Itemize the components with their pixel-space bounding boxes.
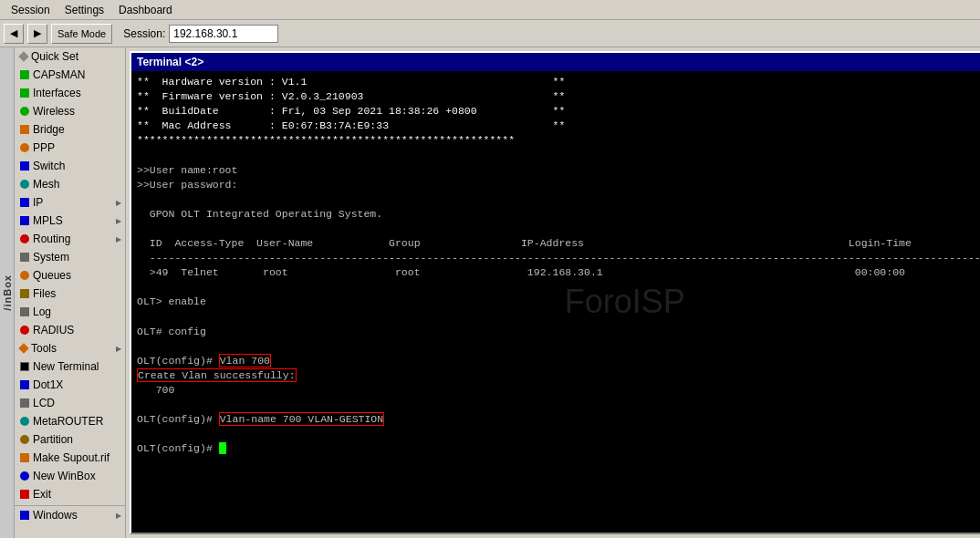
- sidebar-item-log[interactable]: Log: [15, 303, 125, 321]
- sidebar-item-capsman[interactable]: CAPsMAN: [15, 66, 125, 84]
- session-input[interactable]: [169, 25, 278, 43]
- term-line-25: [137, 427, 980, 441]
- system-icon: [20, 253, 29, 262]
- ppp-icon: [20, 143, 29, 152]
- exit-icon: [20, 490, 29, 499]
- sidebar-item-metarouter[interactable]: MetaROUTER: [15, 412, 125, 430]
- term-line-11: [137, 222, 980, 236]
- sidebar-item-switch[interactable]: Switch: [15, 157, 125, 175]
- term-line-24: OLT(config)# Vlan-name 700 VLAN-GESTION: [137, 412, 980, 427]
- term-line-10: GPON OLT Integrated Operating System.: [137, 207, 980, 222]
- term-line-20: OLT(config)# Vlan 700: [137, 354, 980, 368]
- cmd-create-vlan: Create Vlan successfully:: [137, 368, 297, 382]
- new-terminal-icon: [20, 362, 29, 371]
- term-line-22: 700: [137, 383, 980, 398]
- metarouter-icon: [20, 417, 29, 426]
- terminal-window: Terminal <2> _ □ ✕ ForoISP ** Hardware v…: [130, 51, 980, 534]
- sidebar-item-wireless[interactable]: Wireless: [15, 102, 125, 120]
- term-line-3: ** BuildDate : Fri, 03 Sep 2021 18:38:26…: [137, 104, 980, 119]
- sidebar-item-files[interactable]: Files: [15, 285, 125, 303]
- term-line-1: ** Hardware version : V1.1 **: [137, 75, 980, 89]
- sidebar-wrapper: /inBox Quick Set CAPsMAN Interfaces Wire…: [0, 47, 126, 538]
- cursor: [219, 442, 226, 454]
- sidebar-item-windows[interactable]: Windows: [15, 506, 125, 524]
- queues-icon: [20, 271, 29, 280]
- term-line-18: OLT# config: [137, 325, 980, 339]
- term-line-17: [137, 310, 980, 325]
- term-line-13: ----------------------------------------…: [137, 251, 980, 265]
- sidebar: Quick Set CAPsMAN Interfaces Wireless Br…: [15, 47, 126, 538]
- mesh-icon: [20, 180, 29, 189]
- sidebar-item-exit[interactable]: Exit: [15, 485, 125, 503]
- sidebar-item-tools[interactable]: Tools: [15, 339, 125, 357]
- sidebar-item-routing[interactable]: Routing: [15, 230, 125, 248]
- term-line-14: >49 Telnet root root 192.168.30.1 00:00:…: [137, 265, 980, 280]
- sidebar-item-dot1x[interactable]: Dot1X: [15, 376, 125, 394]
- term-line-19: [137, 339, 980, 354]
- term-line-7: >>User name:root: [137, 163, 980, 178]
- log-icon: [20, 307, 29, 316]
- sidebar-item-new-winbox[interactable]: New WinBox: [15, 467, 125, 485]
- sidebar-item-radius[interactable]: RADIUS: [15, 321, 125, 339]
- term-line-21: Create Vlan successfully:: [137, 368, 980, 383]
- cmd-vlan-name: Vlan-name 700 VLAN-GESTION: [219, 412, 384, 426]
- quick-set-icon: [18, 51, 28, 61]
- menu-session[interactable]: Session: [4, 2, 57, 18]
- sidebar-item-mesh[interactable]: Mesh: [15, 175, 125, 193]
- main-layout: /inBox Quick Set CAPsMAN Interfaces Wire…: [0, 47, 980, 538]
- cmd-vlan700: Vlan 700: [219, 354, 271, 367]
- terminal-inner: ForoISP ** Hardware version : V1.1 ** **…: [131, 71, 980, 533]
- sidebar-item-interfaces[interactable]: Interfaces: [15, 84, 125, 102]
- menu-settings[interactable]: Settings: [57, 2, 111, 18]
- term-line-5: ****************************************…: [137, 133, 980, 148]
- menu-bar: Session Settings Dashboard: [0, 0, 980, 20]
- terminal-titlebar: Terminal <2> _ □ ✕: [131, 53, 980, 71]
- back-button[interactable]: ◀: [4, 24, 24, 44]
- term-line-8: >>User password:: [137, 178, 980, 192]
- routing-icon: [20, 234, 29, 243]
- menu-dashboard[interactable]: Dashboard: [111, 2, 180, 18]
- sidebar-item-queues[interactable]: Queues: [15, 266, 125, 285]
- term-line-26: OLT(config)#: [137, 441, 980, 456]
- sidebar-item-system[interactable]: System: [15, 248, 125, 266]
- term-line-15: [137, 280, 980, 295]
- content-area: Terminal <2> _ □ ✕ ForoISP ** Hardware v…: [126, 47, 980, 538]
- sidebar-item-mpls[interactable]: MPLS: [15, 212, 125, 230]
- sidebar-item-partition[interactable]: Partition: [15, 430, 125, 449]
- switch-icon: [20, 161, 29, 171]
- interfaces-icon: [20, 88, 29, 98]
- terminal-body[interactable]: ForoISP ** Hardware version : V1.1 ** **…: [131, 71, 980, 533]
- terminal-title: Terminal <2>: [137, 56, 203, 68]
- radius-icon: [20, 326, 29, 335]
- term-line-9: [137, 192, 980, 207]
- term-line-6: [137, 148, 980, 162]
- sidebar-item-ip[interactable]: IP: [15, 193, 125, 212]
- new-winbox-icon: [20, 471, 29, 481]
- sidebar-item-lcd[interactable]: LCD: [15, 394, 125, 412]
- partition-icon: [20, 435, 29, 444]
- session-label: Session:: [123, 27, 165, 40]
- term-line-23: [137, 398, 980, 412]
- bridge-icon: [20, 125, 29, 134]
- files-icon: [20, 289, 29, 298]
- sidebar-item-quick-set[interactable]: Quick Set: [15, 47, 125, 66]
- sidebar-item-bridge[interactable]: Bridge: [15, 120, 125, 139]
- safe-mode-button[interactable]: Safe Mode: [51, 24, 112, 44]
- term-line-4: ** Mac Address : E0:67:B3:7A:E9:33 **: [137, 119, 980, 133]
- winbox-side: /inBox: [0, 47, 15, 538]
- term-line-2: ** Firmware version : V2.0.3_210903 **: [137, 89, 980, 104]
- sidebar-item-new-terminal[interactable]: New Terminal: [15, 357, 125, 376]
- make-supout-icon: [20, 453, 29, 462]
- toolbar: ◀ ▶ Safe Mode Session:: [0, 20, 980, 47]
- windows-icon: [20, 511, 29, 520]
- dot1x-icon: [20, 380, 29, 389]
- winbox-label: /inBox: [2, 274, 13, 311]
- forward-button[interactable]: ▶: [27, 24, 47, 44]
- wireless-icon: [20, 107, 29, 116]
- term-line-12: ID Access-Type User-Name Group IP-Addres…: [137, 236, 980, 251]
- ip-icon: [20, 198, 29, 207]
- sidebar-item-make-supout[interactable]: Make Supout.rif: [15, 449, 125, 467]
- term-line-16: OLT> enable: [137, 295, 980, 309]
- lcd-icon: [20, 398, 29, 408]
- sidebar-item-ppp[interactable]: PPP: [15, 139, 125, 157]
